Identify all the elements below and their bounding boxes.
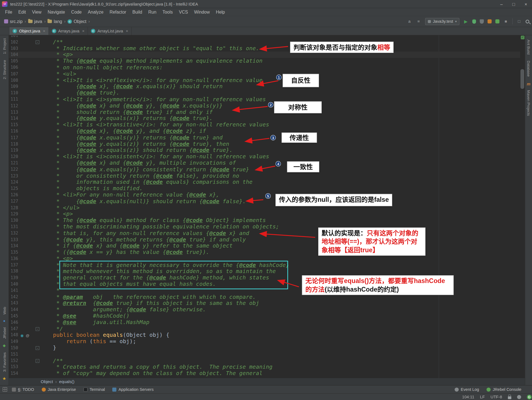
code-line-151[interactable]: 151 bbox=[9, 351, 520, 358]
editor-scrollbar[interactable] bbox=[520, 35, 525, 378]
code-line-152[interactable]: 152- /** bbox=[9, 358, 520, 364]
fold-marker[interactable]: - bbox=[36, 327, 39, 331]
close-button[interactable]: × bbox=[520, 0, 532, 8]
toolwindow-button-6: TODO[interactable]: 6: TODO bbox=[12, 387, 34, 392]
code-line-134[interactable]: 134 * if {@code x} and {@code y} refer t… bbox=[9, 243, 520, 249]
code-line-133[interactable]: 133 * {@code y}, this method returns {@c… bbox=[9, 236, 520, 243]
code-line-139[interactable]: 139 * general contract for the {@code ha… bbox=[9, 275, 520, 281]
code-line-132[interactable]: 132 * that is, for any non-null referenc… bbox=[9, 230, 520, 236]
fold-marker[interactable]: - bbox=[36, 40, 39, 44]
editor-breadcrumb-equals()[interactable]: equals() bbox=[59, 379, 74, 384]
stripe-Ant Build[interactable]: Ant Build bbox=[526, 40, 531, 55]
code-line-127[interactable]: 127 * {@code x.equals(null)} should retu… bbox=[9, 198, 520, 205]
code-line-149[interactable]: 149 return (this == obj); bbox=[9, 338, 520, 345]
code-line-138[interactable]: 138 * method whenever this method is ove… bbox=[9, 268, 520, 275]
run-button[interactable]: ▶ bbox=[463, 19, 469, 24]
code-line-116[interactable]: 116 * {@code x}, {@code y}, and {@code z… bbox=[9, 128, 520, 134]
code-line-111[interactable]: 111 * <li>It is <i>symmetric</i>: for an… bbox=[9, 96, 520, 103]
toolwindow-button-JRebel Console[interactable]: JRebel Console bbox=[487, 387, 521, 392]
scrollbar-thumb[interactable] bbox=[520, 69, 524, 89]
editor[interactable]: 101102- /**103 * Indicates whether some … bbox=[9, 35, 525, 378]
close-icon[interactable]: × bbox=[82, 29, 85, 33]
code-line-154[interactable]: 154 * of "copy" may depend on the class … bbox=[9, 370, 520, 377]
code-line-150[interactable]: 150- } bbox=[9, 345, 520, 351]
menu-code[interactable]: Code bbox=[68, 9, 85, 16]
line-separator-indicator[interactable]: LF bbox=[480, 395, 485, 399]
code-line-109[interactable]: 109 * {@code x}, {@code x.equals(x)} sho… bbox=[9, 83, 520, 90]
breadcrumb-src.zip[interactable]: src.zip bbox=[3, 18, 23, 24]
hector-inspections-icon[interactable] bbox=[517, 395, 521, 399]
translate-icon[interactable]: a bbox=[407, 19, 412, 24]
code-line-114[interactable]: 114 * {@code y.equals(x)} returns {@code… bbox=[9, 115, 520, 122]
menu-navigate[interactable]: Navigate bbox=[45, 9, 68, 16]
code-line-113[interactable]: 113 * should return {@code true} if and … bbox=[9, 109, 520, 115]
coverage-button[interactable] bbox=[480, 19, 484, 24]
code-line-112[interactable]: 112 * {@code x} and {@code y}, {@code x.… bbox=[9, 103, 520, 109]
code-line-129[interactable]: 129 * <p> bbox=[9, 211, 520, 217]
minimize-button[interactable]: – bbox=[495, 0, 508, 8]
code-line-136[interactable]: 136 * <p> bbox=[9, 256, 520, 262]
code-line-107[interactable]: 107 * <ul> bbox=[9, 71, 520, 77]
search-icon[interactable] bbox=[526, 19, 529, 23]
stripe-Maven Projects[interactable]: Maven Projects bbox=[526, 90, 531, 116]
menu-vcs[interactable]: VCS bbox=[176, 9, 191, 16]
fold-marker[interactable]: - bbox=[36, 346, 39, 350]
toolwindow-button-Event Log[interactable]: Event Log bbox=[455, 387, 479, 392]
tab-Object.java[interactable]: CObject.java× bbox=[9, 27, 49, 35]
close-icon[interactable]: × bbox=[126, 29, 128, 33]
code-line-115[interactable]: 115 * <li>It is <i>transitive</i>: for a… bbox=[9, 122, 520, 128]
code-line-120[interactable]: 120 * <li>It is <i>consistent</i>: for a… bbox=[9, 154, 520, 160]
menu-build[interactable]: Build bbox=[129, 9, 145, 16]
code-line-125[interactable]: 125 * objects is modified. bbox=[9, 185, 520, 192]
code-line-144[interactable]: 144 * argument; {@code false} otherwise. bbox=[9, 307, 520, 313]
code-line-131[interactable]: 131 * the most discriminating possible e… bbox=[9, 224, 520, 230]
inspection-status-icon[interactable]: ✓ bbox=[521, 35, 525, 39]
code-line-101[interactable]: 101 bbox=[9, 35, 520, 39]
code-line-128[interactable]: 128 * </ul> bbox=[9, 205, 520, 211]
code-line-124[interactable]: 124 * information used in {@code equals}… bbox=[9, 179, 520, 185]
breadcrumb-Object[interactable]: CObject bbox=[67, 18, 87, 24]
g-badge-icon[interactable]: G bbox=[527, 395, 531, 399]
code-line-122[interactable]: 122 * {@code x.equals(y)} consistently r… bbox=[9, 166, 520, 173]
code-line-117[interactable]: 117 * {@code x.equals(y)} returns {@code… bbox=[9, 134, 520, 141]
tab-ArrayList.java[interactable]: CArrayList.java× bbox=[88, 27, 131, 35]
code-line-153[interactable]: 153 * Creates and returns a copy of this… bbox=[9, 364, 520, 370]
run-config-select[interactable]: Java3y.test ▾ bbox=[425, 18, 459, 25]
code-line-105[interactable]: 105 * The {@code equals} method implemen… bbox=[9, 58, 520, 64]
stripe-3: Favorites[interactable]: 3: Favorites bbox=[2, 352, 6, 371]
debug-button[interactable] bbox=[472, 19, 476, 24]
code-line-145[interactable]: 145 * @see #hashCode() bbox=[9, 313, 520, 319]
menu-tools[interactable]: Tools bbox=[159, 9, 176, 16]
stripe-Web[interactable]: Web bbox=[2, 307, 6, 314]
maximize-button[interactable]: □ bbox=[508, 0, 520, 8]
code-line-146[interactable]: 146 * @see java.util.HashMap bbox=[9, 319, 520, 326]
view-options-icon[interactable]: ≡ bbox=[416, 19, 421, 24]
code-line-147[interactable]: 147- */ bbox=[9, 326, 520, 332]
menu-refactor[interactable]: Refactor bbox=[107, 9, 129, 16]
code-line-130[interactable]: 130 * The {@code equals} method for clas… bbox=[9, 217, 520, 224]
stripe-2: Structure[interactable]: 2: Structure bbox=[2, 60, 6, 80]
menu-analyze[interactable]: Analyze bbox=[85, 9, 107, 16]
stripe-Database[interactable]: Database bbox=[526, 61, 531, 77]
menu-run[interactable]: Run bbox=[145, 9, 159, 16]
caret-position[interactable]: 104:11 bbox=[462, 395, 474, 399]
toolwindow-button-Java Enterprise[interactable]: Java Enterprise bbox=[42, 387, 76, 392]
code-line-102[interactable]: 102- /** bbox=[9, 39, 520, 45]
encoding-indicator[interactable]: UTF-8 bbox=[491, 395, 502, 399]
code-line-137[interactable]: 137 * Note that it is generally necessar… bbox=[9, 262, 520, 268]
code-line-121[interactable]: 121 * {@code x} and {@code y}, multiple … bbox=[9, 160, 520, 166]
menu-help[interactable]: Help bbox=[213, 9, 228, 16]
jrebel-run-button[interactable] bbox=[495, 19, 500, 24]
stripe-1: Project[interactable]: 1: Project bbox=[2, 38, 6, 54]
code-line-119[interactable]: 119 * {@code x.equals(z)} should return … bbox=[9, 147, 520, 154]
code-line-110[interactable]: 110 * {@code true}. bbox=[9, 90, 520, 96]
toolwindow-grid-icon[interactable] bbox=[3, 387, 7, 392]
breadcrumb-lang[interactable]: lang bbox=[47, 18, 63, 24]
stripe-JRebel[interactable]: JRebel bbox=[2, 327, 6, 339]
menu-view[interactable]: View bbox=[29, 9, 44, 16]
stop-button[interactable]: ■ bbox=[503, 19, 509, 24]
code-line-126[interactable]: 126 * <li>For any non-null reference val… bbox=[9, 192, 520, 198]
code-line-118[interactable]: 118 * {@code y.equals(z)} returns {@code… bbox=[9, 141, 520, 147]
tab-Arrays.java[interactable]: CArrays.java× bbox=[49, 27, 88, 35]
code-line-143[interactable]: 143 * @return {@code true} if this objec… bbox=[9, 300, 520, 307]
